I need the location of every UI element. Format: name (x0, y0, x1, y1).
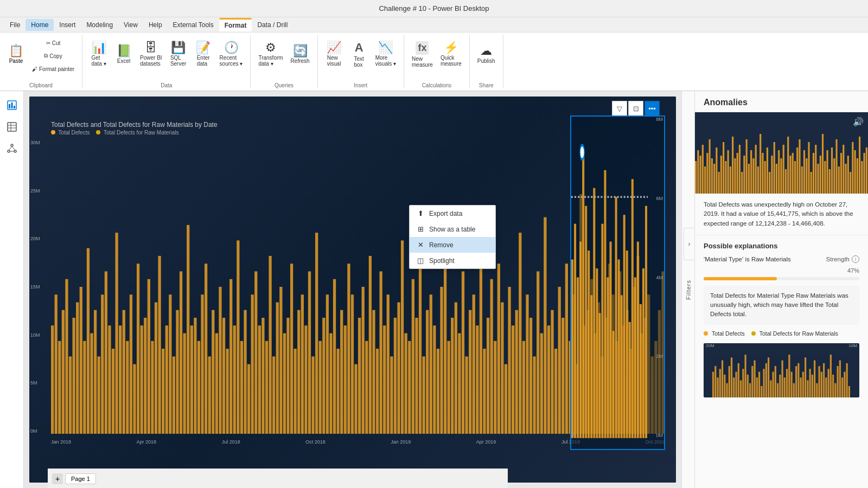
svg-rect-313 (761, 386, 762, 397)
quick-measure-label: Quickmeasure (441, 55, 462, 67)
more-options-button[interactable]: ••• (644, 101, 660, 116)
svg-rect-332 (805, 357, 806, 397)
visual-toolbar: ▽ ⊡ ••• (612, 101, 660, 116)
format-painter-button[interactable]: 🖌 Format painter (29, 63, 78, 75)
svg-rect-99 (351, 294, 354, 434)
quick-measure-button[interactable]: ⚡ Quickmeasure (437, 35, 465, 74)
more-visuals-button[interactable]: 📉 Morevisuals ▾ (372, 35, 399, 74)
model-view-icon[interactable] (2, 139, 22, 158)
svg-rect-204 (618, 260, 620, 438)
svg-rect-229 (723, 142, 724, 194)
excel-button[interactable]: 📗 Excel (112, 35, 136, 74)
strength-info-icon[interactable]: i (852, 255, 859, 263)
refresh-button[interactable]: 🔄 Refresh (288, 35, 313, 74)
svg-rect-316 (768, 357, 769, 397)
svg-rect-300 (731, 357, 732, 397)
svg-rect-49 (173, 356, 175, 434)
menu-help[interactable]: Help (143, 19, 168, 31)
enter-data-button[interactable]: 📝 Enterdata (192, 35, 215, 74)
svg-rect-113 (401, 240, 404, 434)
menu-view[interactable]: View (118, 19, 143, 31)
svg-rect-37 (130, 294, 132, 434)
remove-menuitem[interactable]: ✕ Remove (410, 237, 495, 253)
sql-server-button[interactable]: 💾 SQLServer (167, 35, 190, 74)
report-view-icon[interactable] (2, 95, 22, 115)
focus-visual-button[interactable]: ⊡ (628, 101, 643, 116)
svg-rect-247 (764, 161, 766, 194)
exp-legend-label-1: Total Defects (712, 330, 745, 337)
svg-rect-117 (415, 318, 418, 434)
power-bi-datasets-button[interactable]: 🗄 Power BIdatasets (137, 35, 165, 74)
menu-external-tools[interactable]: External Tools (168, 19, 219, 31)
transform-data-button[interactable]: ⚙ Transformdata ▾ (255, 35, 286, 74)
svg-rect-340 (823, 363, 825, 397)
svg-rect-83 (294, 349, 297, 434)
add-page-button[interactable]: + (52, 473, 63, 484)
svg-rect-154 (547, 325, 550, 434)
svg-rect-202 (612, 331, 615, 438)
publish-button[interactable]: ☁ Publish (474, 35, 499, 74)
copy-button[interactable]: ⧉ Copy (29, 50, 78, 62)
svg-rect-338 (819, 366, 820, 397)
show-as-table-menuitem[interactable]: ⊞ Show as a table (410, 221, 495, 237)
right-panel: › Anomalies (694, 91, 868, 488)
bottom-mini-chart: 20M 10M (704, 343, 859, 397)
svg-rect-97 (344, 325, 347, 434)
svg-rect-43 (151, 341, 154, 434)
share-group-label: Share (474, 80, 499, 88)
anomaly-zoom-visual[interactable]: 8M 6M 4M 2M 0M (570, 115, 665, 450)
svg-rect-60 (212, 310, 214, 434)
svg-rect-123 (437, 349, 439, 434)
menu-format[interactable]: Format (219, 18, 252, 31)
svg-rect-236 (739, 145, 741, 194)
svg-rect-84 (297, 310, 300, 434)
page-1-tab[interactable]: Page 1 (65, 473, 96, 484)
svg-line-12 (12, 146, 15, 150)
svg-rect-108 (383, 325, 386, 434)
svg-rect-124 (440, 287, 443, 434)
get-data-button[interactable]: 📊 Getdata ▾ (87, 35, 111, 74)
menu-bar: File Home Insert Modeling View Help Exte… (0, 17, 868, 33)
svg-rect-205 (621, 295, 623, 438)
svg-rect-266 (808, 142, 809, 194)
menu-modeling[interactable]: Modeling (81, 19, 118, 31)
svg-rect-122 (433, 325, 436, 434)
explanations-title: Possible explanations (704, 242, 859, 250)
x-label-apr2019: Apr 2019 (476, 439, 496, 445)
menu-home[interactable]: Home (25, 19, 54, 31)
recent-sources-button[interactable]: 🕐 Recentsources ▾ (216, 35, 246, 74)
paste-button[interactable]: 📋 Paste (4, 35, 28, 74)
text-box-label: Textbox (354, 56, 363, 68)
menu-data-drill[interactable]: Data / Drill (252, 19, 293, 31)
svg-rect-285 (852, 142, 853, 194)
svg-rect-63 (222, 318, 225, 434)
svg-rect-48 (169, 294, 171, 434)
svg-rect-104 (369, 256, 372, 434)
data-view-icon[interactable] (2, 117, 22, 137)
svg-rect-24 (83, 341, 86, 434)
svg-rect-106 (376, 349, 379, 434)
recent-sources-label: Recentsources ▾ (220, 55, 243, 67)
export-data-menuitem[interactable]: ⬆ Export data (410, 206, 495, 221)
menu-file[interactable]: File (4, 19, 25, 31)
svg-rect-103 (365, 341, 368, 434)
app-title: Challenge # 10 - Power BI Desktop (379, 4, 489, 12)
sound-icon[interactable]: 🔊 (853, 117, 864, 127)
calculations-buttons: fx Newmeasure ⚡ Quickmeasure (409, 35, 465, 80)
spotlight-menuitem[interactable]: ◫ Spotlight (410, 253, 495, 268)
svg-rect-267 (810, 172, 812, 194)
spotlight-icon: ◫ (416, 256, 425, 265)
svg-rect-57 (201, 294, 203, 434)
filter-visual-button[interactable]: ▽ (612, 101, 627, 116)
svg-rect-116 (412, 279, 414, 434)
menu-insert[interactable]: Insert (54, 19, 81, 31)
new-visual-label: Newvisual (327, 55, 341, 67)
text-box-button[interactable]: A Textbox (347, 35, 371, 74)
cut-button[interactable]: ✂ Cut (29, 37, 78, 49)
new-visual-button[interactable]: 📈 Newvisual (322, 35, 346, 74)
svg-rect-90 (319, 341, 322, 434)
filters-tab[interactable]: Filters (681, 91, 694, 488)
panel-title: Anomalies (704, 98, 748, 107)
new-measure-button[interactable]: fx Newmeasure (409, 35, 436, 74)
new-measure-label: Newmeasure (412, 56, 433, 68)
